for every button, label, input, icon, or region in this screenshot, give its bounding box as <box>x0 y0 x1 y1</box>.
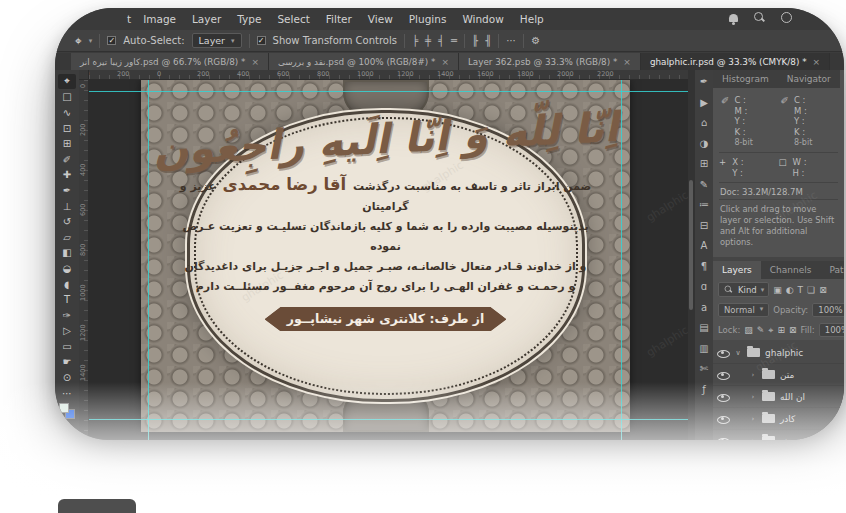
close-icon[interactable]: × <box>251 57 259 67</box>
document-tab-1[interactable]: کاور زیبا تیره انر.psd @ 66.7% (RGB/8) *… <box>71 53 269 70</box>
lock-artboard-icon[interactable]: ⊞ <box>777 325 785 335</box>
menu-item-plugins[interactable]: Plugins <box>401 13 455 25</box>
swatches-panel-icon[interactable]: ⊞ <box>696 155 713 172</box>
move-tool[interactable]: ⌖ <box>58 74 76 89</box>
dodge-tool[interactable]: ◖ <box>58 277 76 292</box>
show-transform-checkbox[interactable]: ✓ <box>257 36 266 45</box>
lock-transparency-icon[interactable]: ▨ <box>744 325 753 335</box>
glyphs-panel-icon[interactable]: ɑ <box>696 278 713 295</box>
eraser-tool[interactable]: ▱ <box>58 230 76 245</box>
paragraph-panel-icon[interactable]: ¶ <box>696 258 713 275</box>
pen-tool[interactable]: ✑ <box>58 308 76 323</box>
close-icon[interactable]: × <box>813 57 821 67</box>
notifications-bell-icon[interactable] <box>729 14 738 22</box>
layer-row-kadr[interactable]: › كادر <box>713 408 844 430</box>
canvas[interactable]: اِنّا لِلّه وَ اِنّا اِلَیهِ راجِعُون ضم… <box>141 80 630 432</box>
tab-layers[interactable]: Layers <box>713 261 761 279</box>
marquee-tool[interactable]: □ <box>58 90 76 105</box>
character-styles-panel-icon[interactable]: a <box>696 299 713 316</box>
gear-icon[interactable]: ⚙ <box>531 35 540 46</box>
properties-panel-icon[interactable]: ≔ <box>696 196 713 213</box>
more-options-icon[interactable]: ⋯ <box>506 35 516 46</box>
visibility-eye-icon[interactable] <box>717 347 729 358</box>
character-panel-icon[interactable]: A <box>696 237 713 254</box>
lock-position-icon[interactable]: ⌖ <box>768 325 773 336</box>
zoom-tool[interactable]: ⊙ <box>58 370 76 385</box>
kind-filter-dropdown[interactable]: Kind ▾ <box>718 282 769 297</box>
distribute-v-icon[interactable]: ╢ <box>485 35 491 46</box>
guide-horizontal-top[interactable] <box>89 91 688 92</box>
document-tab-2[interactable]: نقد و بررسی.psd @ 100% (RGB/8#) * × <box>269 53 459 70</box>
document-tab-3[interactable]: Layer 362.psb @ 33.3% (RGB/8) * × <box>459 53 641 70</box>
guide-vertical-right[interactable] <box>621 80 622 440</box>
blend-mode-dropdown[interactable]: Normal ▾ <box>718 303 769 317</box>
menu-item-window[interactable]: Window <box>454 13 511 25</box>
tool-presets-panel-icon[interactable]: ✄ <box>696 360 713 377</box>
twirl-icon[interactable]: ∨ <box>734 349 742 357</box>
menu-item-clipped[interactable]: t <box>127 13 135 25</box>
gradient-tool[interactable]: ◧ <box>58 246 76 261</box>
search-icon[interactable] <box>754 12 765 23</box>
align-right-icon[interactable]: ╡ <box>438 35 444 46</box>
more-tools-icon[interactable]: ⋯ <box>58 386 76 401</box>
path-select-tool[interactable]: ▷ <box>58 324 76 339</box>
filter-shape-layers-icon[interactable]: ❏ <box>807 285 815 295</box>
libraries-panel-icon[interactable]: ⌂ <box>696 114 713 131</box>
lasso-tool[interactable]: ∿ <box>58 105 76 120</box>
type-tool[interactable]: T <box>58 292 76 307</box>
vertical-ruler[interactable]: 0 200 400 600 800 1000 1200 1400 <box>79 80 89 440</box>
ruler-origin[interactable] <box>79 70 89 80</box>
tab-paths[interactable]: Paths <box>820 261 844 279</box>
menu-item-select[interactable]: Select <box>269 13 317 25</box>
guide-horizontal-bottom[interactable] <box>89 419 688 420</box>
brush-settings-panel-icon[interactable]: ✎ <box>696 176 713 193</box>
history-brush-tool[interactable]: ↺ <box>58 214 76 229</box>
tab-channels[interactable]: Channels <box>761 261 821 279</box>
filter-type-layers-icon[interactable]: T <box>798 285 804 295</box>
twirl-icon[interactable]: › <box>749 437 757 441</box>
tab-navigator[interactable]: Navigator <box>778 70 840 88</box>
hand-tool[interactable]: ☛ <box>58 355 76 370</box>
lock-pixels-icon[interactable]: ✎ <box>757 325 765 335</box>
brushes-panel-icon[interactable]: ✒ <box>696 73 713 90</box>
object-selection-tool[interactable]: ⊡ <box>58 121 76 136</box>
fill-dropdown[interactable]: 100% ▾ <box>819 323 844 337</box>
lock-all-icon[interactable]: ⊠ <box>789 325 797 335</box>
color-panel-icon[interactable]: ◑ <box>696 135 713 152</box>
twirl-icon[interactable]: › <box>749 371 757 379</box>
layer-row-group-ghalphic[interactable]: ∨ ghalphic <box>713 342 844 364</box>
menu-item-type[interactable]: Type <box>229 13 269 25</box>
tool-preset-chevron-icon[interactable]: ▾ <box>89 37 93 45</box>
menu-item-filter[interactable]: Filter <box>318 13 360 25</box>
guide-vertical-left[interactable] <box>148 80 149 440</box>
visibility-eye-icon[interactable] <box>717 435 729 440</box>
layer-row-matn[interactable]: › متن <box>713 364 844 386</box>
menu-item-layer[interactable]: Layer <box>184 13 229 25</box>
annotations-panel-icon[interactable]: ▥ <box>696 340 713 357</box>
auto-select-target-dropdown[interactable]: Layer ▾ <box>192 33 242 48</box>
account-icon[interactable] <box>781 12 792 23</box>
tab-info[interactable]: Info <box>840 70 844 88</box>
tab-histogram[interactable]: Histogram <box>713 70 778 88</box>
visibility-eye-icon[interactable] <box>717 413 729 424</box>
align-center-icon[interactable]: ╪ <box>425 35 431 46</box>
shape-tool[interactable]: ▭ <box>58 339 76 354</box>
eyedropper-tool[interactable]: ✐ <box>58 152 76 167</box>
twirl-icon[interactable]: › <box>749 393 757 401</box>
brush-tool[interactable]: ✒ <box>58 183 76 198</box>
healing-brush-tool[interactable]: ✚ <box>58 168 76 183</box>
twirl-icon[interactable]: › <box>749 415 757 423</box>
menu-item-view[interactable]: View <box>360 13 401 25</box>
filter-pixel-layers-icon[interactable]: ▣ <box>773 285 782 295</box>
visibility-eye-icon[interactable] <box>717 391 729 402</box>
color-swatches[interactable] <box>59 403 75 419</box>
layer-row-an-allah[interactable]: › ان الله <box>713 386 844 408</box>
filter-adjustment-layers-icon[interactable]: ◐ <box>786 285 794 295</box>
align-top-icon[interactable]: ═ <box>451 35 457 46</box>
close-icon[interactable]: × <box>623 57 631 67</box>
blur-tool[interactable]: ◒ <box>58 261 76 276</box>
layer-row-zamineh[interactable]: › زمينه <box>713 430 844 440</box>
horizontal-ruler[interactable]: 400 200 0 200 400 600 800 1000 1200 1400… <box>89 70 688 80</box>
visibility-eye-icon[interactable] <box>717 369 729 380</box>
menu-item-help[interactable]: Help <box>512 13 552 25</box>
